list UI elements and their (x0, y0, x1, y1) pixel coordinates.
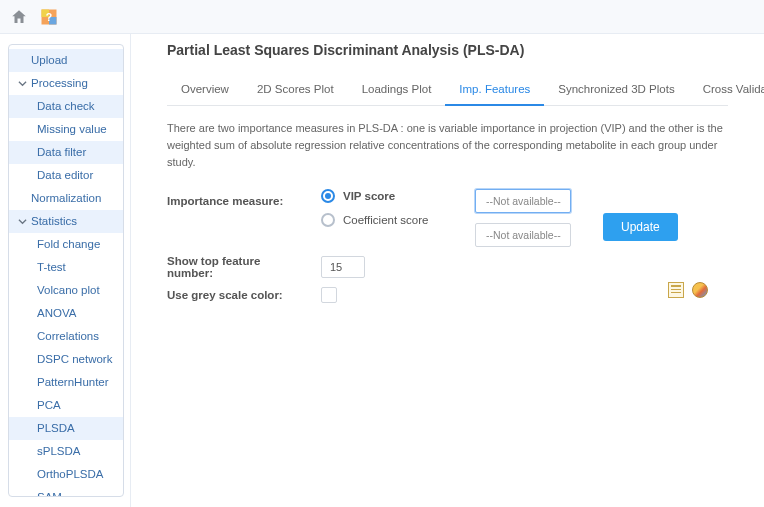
tab-loadings-plot[interactable]: Loadings Plot (348, 76, 446, 106)
sidebar-item-label: Processing (31, 77, 88, 89)
grey-label: Use grey scale color: (167, 289, 307, 301)
vip-select[interactable]: --Not available-- (475, 189, 571, 213)
palette-result-icon[interactable] (692, 282, 708, 298)
sidebar-item-data-check[interactable]: Data check (9, 95, 123, 118)
sidebar-item-label: SAM (37, 491, 62, 496)
sidebar-item-plsda[interactable]: PLSDA (9, 417, 123, 440)
sidebar-item-missing-value[interactable]: Missing value (9, 118, 123, 141)
sidebar-item-label: Correlations (37, 330, 99, 342)
radio-dot-icon (321, 213, 335, 227)
sidebar-item-label: Volcano plot (37, 284, 100, 296)
radio-coef-label: Coefficient score (343, 214, 428, 226)
measure-label: Importance measure: (167, 189, 307, 207)
table-result-icon[interactable] (668, 282, 684, 298)
sidebar-item-pca[interactable]: PCA (9, 394, 123, 417)
sidebar-item-label: sPLSDA (37, 445, 80, 457)
sidebar-item-label: Data check (37, 100, 95, 112)
topn-label: Show top feature number: (167, 255, 307, 279)
sidebar-item-label: Data editor (37, 169, 93, 181)
svg-text:?: ? (46, 10, 52, 22)
tab-overview[interactable]: Overview (167, 76, 243, 106)
sidebar-item-label: Upload (31, 54, 67, 66)
tab-cross-validation[interactable]: Cross Validation (689, 76, 764, 106)
sidebar-item-label: ANOVA (37, 307, 76, 319)
sidebar-item-label: Normalization (31, 192, 101, 204)
sidebar-item-label: Data filter (37, 146, 86, 158)
sidebar-item-anova[interactable]: ANOVA (9, 302, 123, 325)
sidebar-item-label: DSPC network (37, 353, 112, 365)
tabs: Overview2D Scores PlotLoadings PlotImp. … (167, 76, 728, 106)
sidebar-item-label: Missing value (37, 123, 107, 135)
svg-rect-5 (671, 289, 681, 290)
sidebar-item-orthoplsda[interactable]: OrthoPLSDA (9, 463, 123, 486)
radio-dot-icon (321, 189, 335, 203)
sidebar-item-data-filter[interactable]: Data filter (9, 141, 123, 164)
chevron-down-icon (17, 79, 27, 88)
sidebar-item-label: PLSDA (37, 422, 75, 434)
svg-rect-6 (671, 292, 681, 293)
sidebar-item-processing[interactable]: Processing (9, 72, 123, 95)
svg-rect-4 (671, 285, 681, 287)
sidebar-item-patternhunter[interactable]: PatternHunter (9, 371, 123, 394)
sidebar-item-label: Fold change (37, 238, 100, 250)
help-icon[interactable]: ? (38, 6, 60, 28)
tab-2d-scores-plot[interactable]: 2D Scores Plot (243, 76, 348, 106)
sidebar-item-label: PCA (37, 399, 61, 411)
sidebar-item-dspc-network[interactable]: DSPC network (9, 348, 123, 371)
page-title: Partial Least Squares Discriminant Analy… (167, 42, 728, 58)
sidebar-item-volcano-plot[interactable]: Volcano plot (9, 279, 123, 302)
sidebar-item-sam[interactable]: SAM (9, 486, 123, 496)
top-feature-input[interactable] (321, 256, 365, 278)
sidebar-item-data-editor[interactable]: Data editor (9, 164, 123, 187)
sidebar-item-label: Statistics (31, 215, 77, 227)
sidebar-item-label: T-test (37, 261, 66, 273)
radio-coef-score[interactable]: Coefficient score (321, 213, 461, 227)
radio-vip-score[interactable]: VIP score (321, 189, 461, 203)
sidebar-item-t-test[interactable]: T-test (9, 256, 123, 279)
topbar: ? (0, 0, 764, 34)
radio-vip-label: VIP score (343, 190, 395, 202)
sidebar-item-statistics[interactable]: Statistics (9, 210, 123, 233)
coef-select[interactable]: --Not available-- (475, 223, 571, 247)
description-text: There are two importance measures in PLS… (167, 120, 728, 171)
tab-imp-features[interactable]: Imp. Features (445, 76, 544, 106)
sidebar-item-splsda[interactable]: sPLSDA (9, 440, 123, 463)
tab-synchronized-3d-plots[interactable]: Synchronized 3D Plots (544, 76, 688, 106)
sidebar-item-correlations[interactable]: Correlations (9, 325, 123, 348)
sidebar-item-normalization[interactable]: Normalization (9, 187, 123, 210)
sidebar-item-fold-change[interactable]: Fold change (9, 233, 123, 256)
home-icon[interactable] (8, 6, 30, 28)
sidebar-item-upload[interactable]: Upload (9, 49, 123, 72)
update-button[interactable]: Update (603, 213, 678, 241)
chevron-down-icon (17, 217, 27, 226)
sidebar: UploadProcessingData checkMissing valueD… (8, 44, 124, 497)
grey-checkbox[interactable] (321, 287, 337, 303)
sidebar-item-label: OrthoPLSDA (37, 468, 103, 480)
sidebar-item-label: PatternHunter (37, 376, 109, 388)
